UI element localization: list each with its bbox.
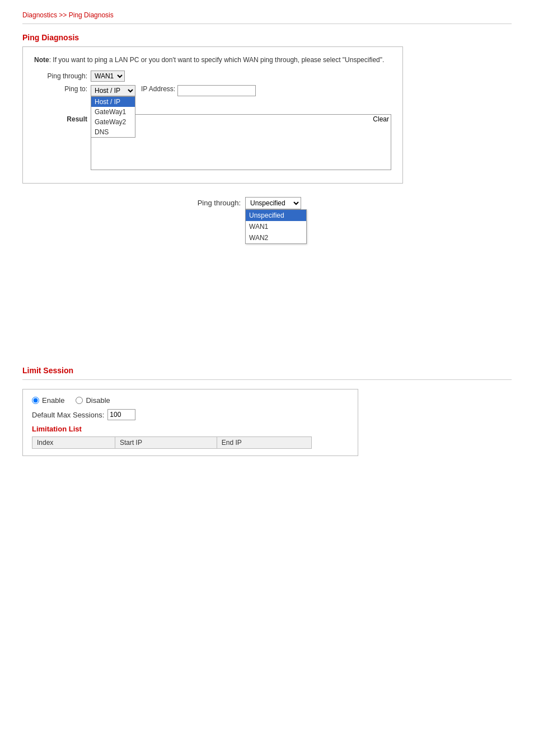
enable-radio-item: Enable <box>32 396 64 405</box>
table-header-index: Index <box>32 437 115 449</box>
ping-to-dropdown-wrap: Host / IP GateWay1 GateWay2 DNS Host / I… <box>91 85 135 96</box>
ping-through-label: Ping through: <box>34 72 87 80</box>
standalone-ping-through-select[interactable]: Unspecified WAN1 WAN2 <box>245 197 301 209</box>
ping-through-select[interactable]: WAN1 WAN2 <box>91 71 125 82</box>
ping-through-row: Ping through: WAN1 WAN2 <box>34 71 391 82</box>
ping-to-option-dns[interactable]: DNS <box>91 127 135 137</box>
ping-to-label: Ping to: <box>34 85 87 93</box>
standalone-option-wan2[interactable]: WAN2 <box>246 232 306 243</box>
standalone-option-wan1[interactable]: WAN1 <box>246 221 306 232</box>
result-textarea[interactable] <box>91 114 391 170</box>
default-max-label: Default Max Sessions: <box>32 411 104 419</box>
table-header-start-ip: Start IP <box>115 437 217 449</box>
note-text: Note: If you want to ping a LAN PC or yo… <box>34 55 391 65</box>
spacer <box>22 232 512 344</box>
standalone-dropdown-wrap: Unspecified WAN1 WAN2 Unspecified WAN1 W… <box>245 197 301 209</box>
ping-to-option-gateway2[interactable]: GateWay2 <box>91 117 135 127</box>
table-header-end-ip: End IP <box>217 437 311 449</box>
ip-address-label: IP Address: <box>141 85 175 93</box>
standalone-option-unspecified[interactable]: Unspecified <box>246 210 306 221</box>
ping-to-row: Ping to: Host / IP GateWay1 GateWay2 DNS… <box>34 85 391 96</box>
standalone-ping-through-section: Ping through: Unspecified WAN1 WAN2 Unsp… <box>179 197 512 209</box>
breadcrumb-text: Diagnostics >> Ping Diagnosis <box>22 11 114 19</box>
ping-diagnosis-title: Ping Diagnosis <box>22 33 512 42</box>
run-row: Run <box>91 100 391 111</box>
ping-to-option-host-ip[interactable]: Host / IP <box>91 97 135 107</box>
limit-session-title: Limit Session <box>22 366 512 375</box>
ping-diagnosis-panel: Note: If you want to ping a LAN PC or yo… <box>22 46 403 184</box>
ping-to-option-gateway1[interactable]: GateWay1 <box>91 107 135 117</box>
standalone-dropdown-list: Unspecified WAN1 WAN2 <box>245 209 307 244</box>
enable-disable-row: Enable Disable <box>32 396 349 405</box>
breadcrumb: Diagnostics >> Ping Diagnosis <box>22 11 512 19</box>
limitation-list-title: Limitation List <box>32 425 349 433</box>
result-box-container: Clear <box>91 114 391 172</box>
limitation-table: Index Start IP End IP <box>32 436 312 449</box>
enable-radio[interactable] <box>32 397 39 404</box>
clear-link[interactable]: Clear <box>373 115 389 123</box>
result-label: Result <box>34 114 87 123</box>
disable-radio[interactable] <box>76 397 83 404</box>
limit-section-divider <box>22 379 512 380</box>
disable-radio-item: Disable <box>76 396 110 405</box>
ping-to-select[interactable]: Host / IP GateWay1 GateWay2 DNS <box>91 85 135 96</box>
enable-label: Enable <box>42 396 64 405</box>
disable-label: Disable <box>86 396 110 405</box>
note-label: Note <box>34 56 49 64</box>
result-row: Result Clear <box>34 114 391 172</box>
ping-to-dropdown-list: Host / IP GateWay1 GateWay2 DNS <box>91 96 135 138</box>
standalone-ping-through-label: Ping through: <box>179 197 241 207</box>
section-divider <box>22 24 512 24</box>
limit-panel: Enable Disable Default Max Sessions: Lim… <box>22 389 358 456</box>
default-max-row: Default Max Sessions: <box>32 409 349 420</box>
note-content: : If you want to ping a LAN PC or you do… <box>49 56 385 64</box>
limit-session-section: Limit Session Enable Disable Default Max… <box>22 366 512 456</box>
ip-address-input[interactable] <box>177 85 256 96</box>
default-max-input[interactable] <box>107 409 135 420</box>
